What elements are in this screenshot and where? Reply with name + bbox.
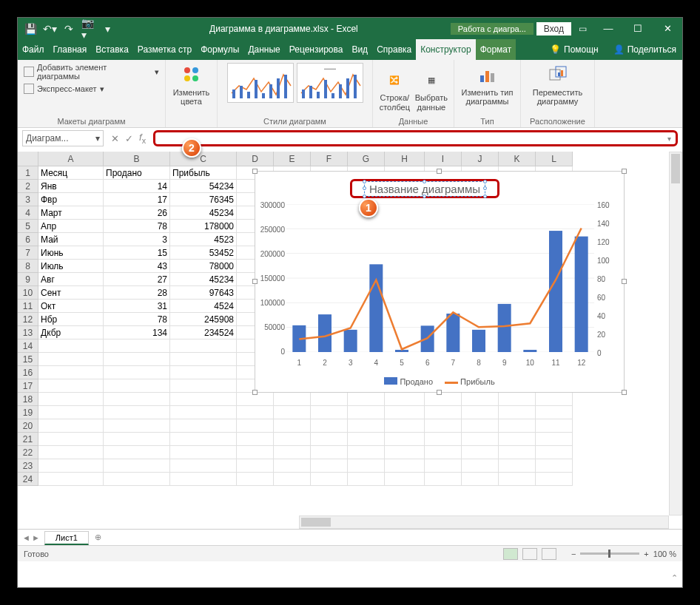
minimize-button[interactable]: — — [593, 18, 623, 39]
cell[interactable] — [348, 393, 385, 406]
cell[interactable] — [170, 379, 237, 393]
row-header[interactable]: 21 — [18, 433, 38, 446]
cell[interactable]: Окт — [38, 300, 104, 313]
cell[interactable] — [274, 446, 311, 459]
add-chart-element-button[interactable]: Добавить элемент диаграммы▾ — [24, 63, 159, 81]
cell[interactable] — [536, 446, 573, 459]
redo-icon[interactable]: ↷ — [62, 22, 75, 36]
share-icon[interactable]: 👤 — [613, 44, 625, 55]
col-header[interactable]: C — [170, 152, 237, 166]
cell[interactable] — [385, 433, 425, 446]
ribbon-options-icon[interactable]: ▭ — [571, 24, 593, 34]
share-label[interactable]: Поделиться — [627, 44, 676, 55]
cell[interactable] — [274, 433, 311, 446]
row-header[interactable]: 12 — [18, 313, 38, 326]
cell[interactable] — [237, 433, 274, 446]
cell[interactable] — [170, 459, 237, 473]
change-colors-button[interactable]: Изменить цвета — [172, 63, 211, 106]
column-headers[interactable]: ABCDEFGHIJKL — [18, 152, 573, 166]
row-header[interactable]: 19 — [18, 406, 38, 419]
login-button[interactable]: Вход — [536, 22, 571, 36]
cell[interactable] — [311, 419, 348, 433]
row-header[interactable]: 20 — [18, 419, 38, 433]
cell[interactable] — [274, 419, 311, 433]
zoom-slider[interactable] — [580, 552, 639, 555]
cancel-icon[interactable]: ✕ — [111, 133, 119, 144]
cell[interactable] — [170, 353, 237, 366]
sheet-nav-prev-icon[interactable]: ◄ — [22, 533, 30, 542]
cell[interactable] — [425, 433, 462, 446]
collapse-ribbon-icon[interactable]: ⌃ — [671, 573, 678, 583]
cell[interactable] — [274, 393, 311, 406]
col-header[interactable]: D — [237, 152, 274, 166]
cell[interactable] — [348, 406, 385, 419]
cell[interactable]: Дкбр — [38, 326, 104, 339]
cell[interactable] — [536, 459, 573, 473]
cell[interactable]: Июнь — [38, 246, 104, 260]
cell[interactable] — [104, 446, 170, 459]
cell[interactable] — [536, 433, 573, 446]
cell[interactable] — [170, 339, 237, 353]
cell[interactable] — [104, 353, 170, 366]
col-header[interactable]: J — [462, 152, 499, 166]
cell[interactable] — [311, 433, 348, 446]
maximize-button[interactable]: ☐ — [623, 18, 653, 39]
cell[interactable] — [274, 406, 311, 419]
sheet-tab[interactable]: Лист1 — [44, 531, 89, 545]
row-header[interactable]: 9 — [18, 273, 38, 286]
col-header[interactable]: B — [104, 152, 170, 166]
cell[interactable] — [237, 446, 274, 459]
row-header[interactable]: 15 — [18, 353, 38, 366]
cell[interactable] — [104, 393, 170, 406]
cell[interactable] — [237, 473, 274, 486]
cell[interactable]: 97643 — [170, 286, 237, 300]
cell[interactable]: Продано — [104, 166, 170, 180]
expand-formula-icon[interactable]: ▾ — [667, 135, 671, 143]
cell[interactable] — [536, 406, 573, 419]
menu-tab-разметка стр[interactable]: Разметка стр — [133, 39, 196, 60]
view-normal-icon[interactable] — [503, 548, 518, 560]
row-header[interactable]: 24 — [18, 473, 38, 486]
cell[interactable] — [311, 459, 348, 473]
cell[interactable] — [38, 406, 104, 419]
menu-tab-справка[interactable]: Справка — [372, 39, 416, 60]
cell[interactable] — [425, 473, 462, 486]
cell[interactable]: 53452 — [170, 246, 237, 260]
row-header[interactable]: 16 — [18, 366, 38, 379]
row-header[interactable]: 4 — [18, 206, 38, 220]
cell[interactable] — [311, 406, 348, 419]
cell[interactable]: 14 — [104, 180, 170, 193]
row-header[interactable]: 1 — [18, 166, 38, 180]
tell-me-label[interactable]: Помощн — [564, 44, 599, 55]
cell[interactable] — [462, 473, 499, 486]
cell[interactable] — [462, 446, 499, 459]
cell[interactable] — [385, 446, 425, 459]
row-header[interactable]: 10 — [18, 286, 38, 300]
cell[interactable] — [499, 393, 536, 406]
cell[interactable] — [385, 419, 425, 433]
col-header[interactable]: I — [425, 152, 462, 166]
col-header[interactable]: F — [311, 152, 348, 166]
row-header[interactable]: 7 — [18, 246, 38, 260]
cell[interactable]: Апр — [38, 220, 104, 233]
change-chart-type-button[interactable]: Изменить тип диаграммы — [460, 63, 514, 106]
cell[interactable] — [104, 339, 170, 353]
cell[interactable] — [104, 406, 170, 419]
cell[interactable] — [462, 459, 499, 473]
enter-icon[interactable]: ✓ — [125, 133, 133, 144]
chart-style-thumb[interactable] — [227, 63, 294, 103]
cell[interactable] — [536, 393, 573, 406]
row-header[interactable]: 3 — [18, 193, 38, 206]
cell[interactable] — [237, 419, 274, 433]
save-icon[interactable]: 💾 — [24, 22, 37, 36]
cell[interactable] — [462, 393, 499, 406]
col-header[interactable]: H — [385, 152, 425, 166]
row-header[interactable]: 6 — [18, 233, 38, 246]
cell[interactable]: Март — [38, 206, 104, 220]
col-header[interactable]: E — [274, 152, 311, 166]
col-header[interactable]: K — [499, 152, 536, 166]
row-header[interactable]: 13 — [18, 326, 38, 339]
cell[interactable] — [425, 393, 462, 406]
cell[interactable]: 43 — [104, 260, 170, 273]
cell[interactable] — [385, 459, 425, 473]
